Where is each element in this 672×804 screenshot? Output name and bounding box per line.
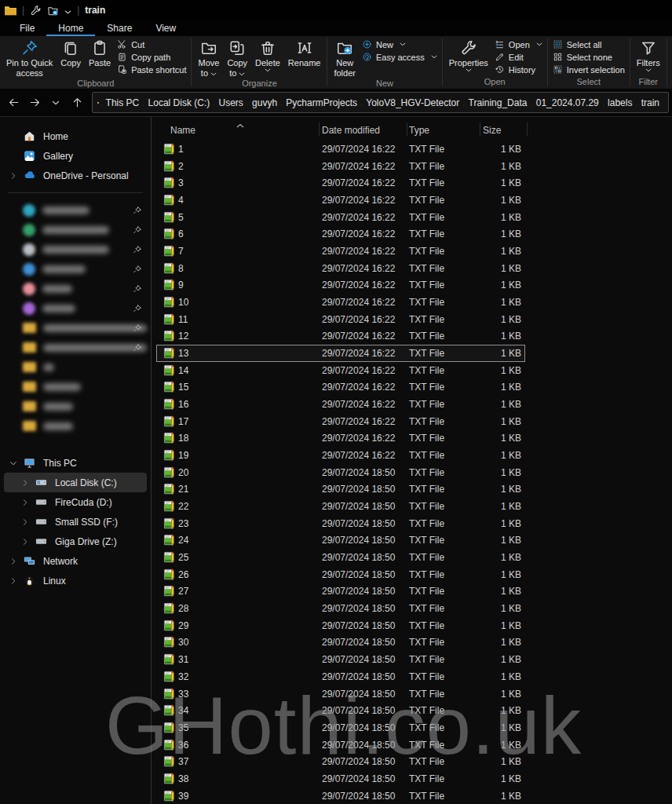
table-row-14[interactable]: 1429/07/2024 16:22TXT File1 KB [156,362,525,379]
copy-button[interactable]: Copy [57,36,85,68]
wrench-icon[interactable] [30,5,42,16]
breadcrumb-segment-local-disk-c[interactable]: Local Disk (C:) [144,97,214,108]
breadcrumb-segment-pycharmprojects[interactable]: PycharmProjects [282,97,361,108]
sidebar-item-redacted[interactable] [4,357,147,377]
column-divider[interactable] [527,122,528,136]
copy-to-button[interactable]: Copyto [223,36,251,79]
table-row-39[interactable]: 3929/07/2024 18:50TXT File1 KB [156,788,525,804]
sidebar-item-redacted[interactable] [4,416,147,436]
sidebar-item-home[interactable]: Home [4,126,147,146]
chevron-right-icon[interactable] [20,537,30,546]
table-row-7[interactable]: 729/07/2024 16:22TXT File1 KB [156,243,525,260]
table-row-2[interactable]: 229/07/2024 16:22TXT File1 KB [156,158,525,175]
sidebar-item-redacted[interactable] [4,377,147,397]
table-row-1[interactable]: 129/07/2024 16:22TXT File1 KB [156,141,525,158]
table-row-22[interactable]: 2229/07/2024 18:50TXT File1 KB [156,498,525,515]
table-row-18[interactable]: 1829/07/2024 16:22TXT File1 KB [156,429,525,447]
table-row-26[interactable]: 2629/07/2024 18:50TXT File1 KB [156,566,525,583]
table-row-4[interactable]: 429/07/2024 16:22TXT File1 KB [156,192,525,209]
table-row-9[interactable]: 929/07/2024 16:22TXT File1 KB [156,276,525,294]
table-row-16[interactable]: 1629/07/2024 16:22TXT File1 KB [156,396,525,413]
tab-share[interactable]: Share [95,22,144,36]
history-button[interactable]: History [495,64,542,75]
table-row-12[interactable]: 1229/07/2024 16:22TXT File1 KB [156,327,525,345]
chevron-right-icon[interactable] [20,517,30,527]
new-folder-quick-icon[interactable] [47,5,59,16]
select-none-button[interactable]: Select none [553,52,625,62]
column-divider[interactable] [480,122,480,136]
breadcrumb-segment-guvyh[interactable]: guvyh [248,97,281,108]
cut-button[interactable]: Cut [117,39,186,49]
breadcrumb-segment-yolov8-hgv-detector[interactable]: YoloV8_HGV-Detector [362,97,463,108]
sidebar-item-redacted[interactable] [4,200,147,220]
table-row-30[interactable]: 3029/07/2024 18:50TXT File1 KB [156,634,525,651]
easy-access-button[interactable]: Easy access [362,52,437,62]
column-header-name[interactable]: Name [170,125,195,136]
column-divider[interactable] [319,122,320,136]
table-row-8[interactable]: 829/07/2024 16:22TXT File1 KB [156,260,525,277]
edit-button[interactable]: Edit [495,52,542,62]
table-row-21[interactable]: 2129/07/2024 18:50TXT File1 KB [156,481,525,498]
breadcrumb[interactable]: This PCLocal Disk (C:)UsersguvyhPycharmP… [92,92,669,113]
up-button[interactable] [67,93,87,112]
chevron-right-icon[interactable] [20,498,30,507]
sidebar-item-gallery[interactable]: Gallery [4,146,147,166]
table-row-24[interactable]: 2429/07/2024 18:50TXT File1 KB [156,532,525,549]
sidebar-item-redacted[interactable] [4,239,147,259]
sidebar-item-firecuda-d[interactable]: FireCuda (D:) [4,492,147,512]
sidebar-item-this-pc[interactable]: This PC [4,453,147,473]
table-row-33[interactable]: 3329/07/2024 18:50TXT File1 KB [156,685,525,703]
sidebar-item-onedrive-personal[interactable]: OneDrive - Personal [4,166,147,185]
sidebar-item-giga-drive-z[interactable]: Giga Drive (Z:) [4,532,147,551]
sidebar-item-redacted[interactable] [4,338,147,357]
column-divider[interactable] [407,122,407,136]
sidebar-item-small-ssd-f[interactable]: Small SSD (F:) [4,512,147,532]
table-row-35[interactable]: 3529/07/2024 18:50TXT File1 KB [156,719,525,736]
move-to-button[interactable]: Moveto [194,36,223,79]
table-row-34[interactable]: 3429/07/2024 18:50TXT File1 KB [156,702,525,719]
forward-button[interactable] [24,93,45,112]
copy-path-button[interactable]: Copy path [117,52,186,62]
table-row-28[interactable]: 2829/07/2024 18:50TXT File1 KB [156,600,525,617]
tab-file[interactable]: File [8,22,46,36]
rename-button[interactable]: Rename [284,36,325,68]
paste-button[interactable]: Paste [85,36,115,68]
table-row-29[interactable]: 2929/07/2024 18:50TXT File1 KB [156,617,525,634]
table-row-6[interactable]: 629/07/2024 16:22TXT File1 KB [156,225,525,243]
chevron-right-icon[interactable] [9,557,18,566]
chevron-right-icon[interactable] [9,171,18,181]
table-row-23[interactable]: 2329/07/2024 18:50TXT File1 KB [156,515,525,532]
sidebar-item-linux[interactable]: Linux [4,571,147,590]
table-row-27[interactable]: 2729/07/2024 18:50TXT File1 KB [156,583,525,600]
table-row-3[interactable]: 329/07/2024 16:22TXT File1 KB [156,174,525,192]
table-row-38[interactable]: 3829/07/2024 18:50TXT File1 KB [156,770,525,788]
pin-to-quick-access-button[interactable]: Pin to Quickaccess [2,36,57,79]
table-row-31[interactable]: 3129/07/2024 18:50TXT File1 KB [156,651,525,668]
sidebar-item-redacted[interactable] [4,279,147,298]
table-row-5[interactable]: 529/07/2024 16:22TXT File1 KB [156,209,525,226]
tab-home[interactable]: Home [46,22,95,36]
sidebar-item-network[interactable]: Network [4,551,147,571]
breadcrumb-segment-users[interactable]: Users [214,97,247,108]
open-button[interactable]: Open [495,39,542,49]
table-row-32[interactable]: 3229/07/2024 18:50TXT File1 KB [156,668,525,685]
new-folder-button[interactable]: Newfolder [330,36,360,79]
sidebar-item-redacted[interactable] [4,259,147,279]
chevron-down-icon[interactable] [9,459,18,468]
select-all-button[interactable]: Select all [553,39,625,49]
tab-view[interactable]: View [144,22,188,36]
breadcrumb-segment-this-pc[interactable]: This PC [102,97,144,108]
column-header-size[interactable]: Size [483,125,501,136]
chevron-right-icon[interactable] [9,576,18,586]
properties-button[interactable]: Properties [445,36,492,72]
breadcrumb-segment-labels[interactable]: labels [604,97,636,108]
table-row-11[interactable]: 1129/07/2024 16:22TXT File1 KB [156,311,525,328]
table-row-17[interactable]: 1729/07/2024 16:22TXT File1 KB [156,413,525,430]
filters-button[interactable]: Filters [633,36,664,72]
column-header-type[interactable]: Type [409,125,429,136]
back-button[interactable] [3,93,24,112]
table-row-20[interactable]: 2029/07/2024 18:50TXT File1 KB [156,464,525,481]
paste-shortcut-button[interactable]: Paste shortcut [117,64,186,75]
table-row-19[interactable]: 1929/07/2024 16:22TXT File1 KB [156,447,525,464]
sidebar-item-redacted[interactable] [4,298,147,318]
